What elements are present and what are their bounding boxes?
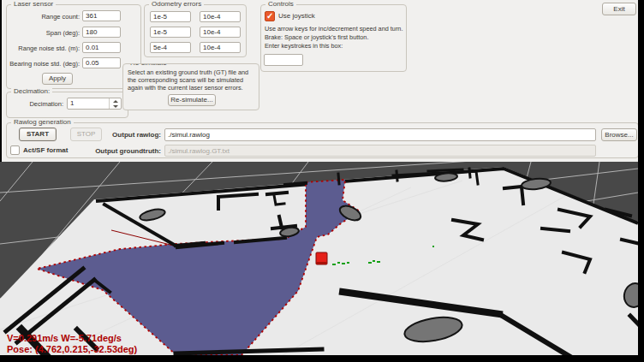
scene-canvas: V=0.291m/s W=-5.71deg/s Pose: (4.762,0.2… — [0, 162, 638, 355]
odometry-error-input-01[interactable] — [200, 11, 241, 22]
output-rawlog-label: Output rawlog: — [88, 131, 161, 139]
range-count-label: Range count: — [7, 13, 80, 21]
simulation-3d-viewport[interactable]: V=0.291m/s W=-5.71deg/s Pose: (4.762,0.2… — [0, 162, 638, 355]
simulator-window: Laser sensor Range count: Span (deg): Ra… — [0, 0, 644, 362]
resimulate-button[interactable]: Re-simulate... — [168, 94, 216, 106]
range-noise-label: Range noise std. (m): — [7, 45, 80, 53]
odometry-errors-group: Odometry errors — [144, 4, 247, 57]
robot — [316, 252, 327, 264]
controls-title: Controls — [265, 0, 296, 9]
use-joystick-checkbox[interactable] — [265, 11, 275, 21]
rawlog-generation-title: Rawlog generation — [11, 118, 74, 127]
bearing-noise-label: Bearing noise std. (deg): — [7, 60, 80, 68]
output-groundtruth-label: Output groundtruth: — [88, 147, 161, 156]
control-panel: Laser sensor Range count: Span (deg): Ra… — [2, 0, 638, 162]
odometry-error-input-21[interactable] — [200, 42, 241, 53]
rawlog-generation-group: Rawlog generation START STOP Output rawl… — [6, 122, 639, 158]
resimulate-group: Re-simulate Select an existing ground tr… — [122, 63, 259, 110]
controls-hint-arrows: Use arrow keys for inc/decrement speed a… — [265, 25, 402, 33]
decimation-label: Decimation: — [7, 100, 63, 109]
span-label: Span (deg): — [7, 29, 80, 38]
odometry-error-input-20[interactable] — [150, 42, 191, 53]
decimation-down-button[interactable] — [110, 104, 121, 109]
browse-button[interactable]: Browse... — [601, 128, 637, 141]
apply-button[interactable]: Apply — [42, 73, 73, 85]
decimation-stepper[interactable]: 1 — [67, 98, 122, 110]
hud: V=0.291m/s W=-5.71deg/s Pose: (4.762,0.2… — [7, 333, 138, 354]
decimation-title: Decimation: — [11, 87, 52, 96]
hud-velocity-text: V=0.291m/s W=-5.71deg/s — [7, 333, 122, 343]
odometry-error-input-00[interactable] — [150, 11, 191, 22]
window-right-edge — [638, 0, 644, 362]
bearing-noise-input[interactable] — [82, 57, 121, 68]
actsf-format-label: Act/SF format — [23, 146, 68, 155]
exit-button[interactable]: Exit — [602, 3, 636, 15]
up-arrow-icon — [113, 100, 118, 103]
use-joystick-label: Use joystick — [278, 12, 315, 21]
controls-hint-brake: Brake: Space or joystick's first button. — [265, 33, 368, 42]
controls-hint-keystrokes: Enter keystrokes in this box: — [265, 42, 343, 50]
odometry-error-input-10[interactable] — [150, 27, 191, 38]
range-count-input[interactable] — [82, 10, 121, 21]
actsf-format-checkbox[interactable] — [10, 145, 20, 155]
resimulate-title: Re-simulate — [128, 63, 170, 68]
laser-sensor-title: Laser sensor — [11, 0, 56, 9]
window-bottom-edge — [0, 355, 644, 362]
controls-group: Controls Use joystick Use arrow keys for… — [260, 4, 407, 72]
odometry-errors-title: Odometry errors — [149, 0, 204, 9]
down-arrow-icon — [113, 105, 118, 108]
output-groundtruth-input — [164, 145, 596, 157]
hud-pose-text: Pose: (4.762,0.215,-32.53deg) — [7, 344, 138, 354]
start-button[interactable]: START — [19, 128, 57, 141]
range-noise-input[interactable] — [82, 42, 121, 53]
laser-sensor-group: Laser sensor Range count: Span (deg): Ra… — [6, 4, 141, 89]
odometry-error-input-11[interactable] — [200, 27, 241, 38]
span-input[interactable] — [82, 27, 121, 38]
decimation-value: 1 — [68, 98, 109, 109]
output-rawlog-input[interactable] — [164, 128, 596, 141]
resimulate-text-line3: again with the current laser sensor erro… — [128, 84, 243, 92]
keystroke-input[interactable] — [264, 54, 303, 66]
decimation-group: Decimation: Decimation: 1 — [6, 92, 128, 118]
